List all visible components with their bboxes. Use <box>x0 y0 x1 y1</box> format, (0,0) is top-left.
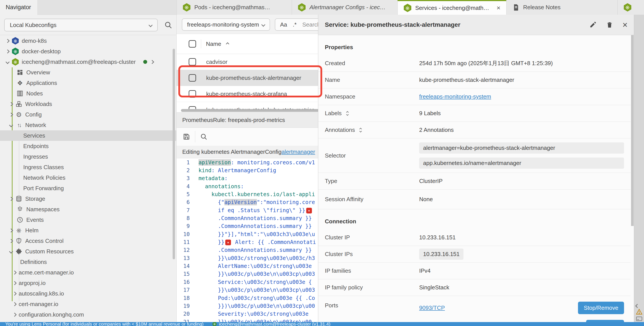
namespace-select[interactable]: freeleaps-monitoring-system <box>182 18 270 31</box>
sidebar-item-ingresses[interactable]: Ingresses <box>0 151 176 162</box>
sidebar-item-network[interactable]: ↑↓Network <box>0 120 176 130</box>
chevron-right-icon[interactable] <box>12 302 16 306</box>
panel-scrollbar[interactable] <box>631 35 634 226</box>
chevron-right-icon[interactable] <box>12 281 16 285</box>
sidebar-item-services[interactable]: Services <box>0 130 176 141</box>
delete-icon[interactable] <box>606 21 613 28</box>
column-header-name[interactable]: Name <box>206 40 221 48</box>
prop-row-name: Name kube-prometheus-stack-alertmanager <box>318 72 630 88</box>
created-value: 254d 17h 50m ago (2025年1月13日 GMT+8 1:25:… <box>419 60 624 67</box>
line-number: 10 <box>176 231 198 237</box>
sidebar-item-acme-cert-manager-io[interactable]: acme.cert-manager.io <box>0 267 176 278</box>
sidebar-item-applications[interactable]: ❖Applications <box>0 78 176 88</box>
chevron-right-icon[interactable] <box>6 49 10 53</box>
namespace-link[interactable]: freeleaps-monitoring-system <box>419 93 491 100</box>
sidebar-item-custom-resources[interactable]: Custom Resources <box>0 246 176 257</box>
sidebar-item-events[interactable]: Events <box>0 214 176 225</box>
port-link[interactable]: 9093/TCP <box>419 304 445 311</box>
prop-row-created: Created 254d 17h 50m ago (2025年1月13日 GMT… <box>318 55 630 72</box>
active-cluster-status[interactable]: ⎈ icecheng@mathmast.com@freeleaps-cluste… <box>212 322 330 326</box>
line-number: 6 <box>176 199 198 205</box>
line-number: 21 <box>176 319 198 322</box>
chevron-right-icon[interactable] <box>9 197 13 201</box>
stop-remove-button[interactable]: Stop/Remove <box>578 302 624 314</box>
sidebar-item-nodes[interactable]: Nodes <box>0 88 176 99</box>
select-all-checkbox[interactable] <box>189 40 196 48</box>
prop-label: Selector <box>325 152 346 159</box>
sidebar-item-ingress-classes[interactable]: Ingress Classes <box>0 162 176 172</box>
prop-row-session-affinity: Session Affinity None <box>318 190 630 209</box>
alertmanagerconfig-link[interactable]: alertmanager <box>282 148 315 155</box>
prop-row-cluster-ip: Cluster IP 10.233.16.151 <box>318 229 630 246</box>
chevron-right-icon[interactable] <box>9 102 13 106</box>
connected-status-dot <box>143 60 147 64</box>
tab-services-icecheng-math[interactable]: ⎈Services - icecheng@math…× <box>398 0 506 15</box>
tab-label: Services - icecheng@math… <box>415 4 489 12</box>
kubernetes-icon: ⎈ <box>12 58 19 66</box>
sidebar-item-docker-desktop[interactable]: ⎈docker-desktop <box>0 46 176 56</box>
tab-alertmanager-configs-icec[interactable]: ⎈Alertmanager Configs - icec… <box>292 0 398 15</box>
sidebar-item-label: Events <box>26 216 44 223</box>
sidebar-item-network-policies[interactable]: Network Policies <box>0 172 176 183</box>
section-properties: Properties <box>318 35 630 55</box>
close-icon[interactable]: × <box>622 20 628 30</box>
tab-navigator[interactable]: Navigator <box>0 0 37 15</box>
chevron-right-icon[interactable] <box>6 39 10 43</box>
kubeconfig-select[interactable]: Local Kubeconfigs <box>4 19 158 31</box>
chevron-down-icon[interactable] <box>9 250 13 254</box>
chevron-down-icon[interactable] <box>9 123 13 127</box>
close-icon[interactable]: × <box>496 4 500 12</box>
sidebar-item-label: Namespaces <box>26 206 60 213</box>
chevron-right-icon[interactable] <box>9 239 13 243</box>
match-case-icon[interactable]: Aa <box>280 21 287 28</box>
sidebar-item-overview[interactable]: Overview <box>0 67 176 78</box>
chevron-right-icon[interactable] <box>150 60 154 64</box>
chevron-down-icon[interactable] <box>6 60 10 64</box>
sidebar-item-configuration-konghq-com[interactable]: configuration.konghq.com <box>0 309 176 320</box>
sidebar-item-argoproj-io[interactable]: argoproj.io <box>0 278 176 288</box>
sidebar-item-namespaces[interactable]: Namespaces <box>0 204 176 214</box>
line-number: 13 <box>176 255 198 261</box>
chevron-right-icon[interactable] <box>9 228 13 232</box>
tab-release-notes[interactable]: Release Notes <box>506 0 618 15</box>
config-icon: ⚙ <box>15 111 22 118</box>
sidebar-item-label: Workloads <box>25 101 52 108</box>
sidebar-item-port-forwarding[interactable]: Port Forwarding <box>0 183 176 194</box>
sort-asc-icon[interactable] <box>226 42 230 46</box>
sidebar-item-demo-k8s[interactable]: ⎈demo-k8s <box>0 36 176 46</box>
forward-button[interactable]: Forward… <box>586 320 624 322</box>
save-icon[interactable] <box>183 133 190 140</box>
sidebar-item-definitions[interactable]: Definitions <box>0 257 176 267</box>
chevron-down-icon <box>261 22 265 26</box>
sidebar-item-cert-manager-io[interactable]: cert-manager.io <box>0 299 176 309</box>
row-checkbox[interactable] <box>189 58 196 66</box>
search-icon[interactable] <box>164 21 172 29</box>
sidebar-item-helm[interactable]: ⎈Helm <box>0 225 176 236</box>
sidebar-item-config[interactable]: ⚙Config <box>0 109 176 120</box>
sidebar-item-icecheng-mathmast-com-freeleaps-cluster[interactable]: ⎈icecheng@mathmast.com@freeleaps-cluster <box>0 56 176 67</box>
prop-label: Cluster IPs <box>325 251 353 258</box>
regex-icon[interactable]: .* <box>293 21 296 28</box>
sidebar-item-storage[interactable]: Storage <box>0 194 176 204</box>
sidebar-item-endpoints[interactable]: Endpoints <box>0 141 176 151</box>
sidebar-item-access-control[interactable]: Access Control <box>0 236 176 246</box>
tab-item[interactable]: ⎈ <box>618 0 644 15</box>
expand-updown-icon[interactable] <box>345 110 350 116</box>
editor-search-icon[interactable] <box>200 133 208 140</box>
sidebar-scrollbar[interactable] <box>173 49 175 259</box>
line-number: 15 <box>176 271 198 277</box>
sidebar-item-label: Network <box>25 122 46 128</box>
sidebar-item-autoscaling-k8s-io[interactable]: autoscaling.k8s.io <box>0 288 176 299</box>
divider <box>201 39 201 48</box>
tab-pods-icecheng-mathmas[interactable]: ⎈Pods - icecheng@mathmas… <box>176 0 292 15</box>
sidebar-item-label: Nodes <box>26 90 43 97</box>
chevron-right-icon[interactable] <box>12 312 16 316</box>
edit-icon[interactable] <box>589 21 596 28</box>
chevron-right-icon[interactable] <box>12 270 16 274</box>
sidebar-item-workloads[interactable]: Workloads <box>0 99 176 109</box>
sidebar-item-label: Endpoints <box>23 143 49 150</box>
namespaces-icon <box>16 206 24 213</box>
chevron-right-icon[interactable] <box>9 112 13 116</box>
chevron-right-icon[interactable] <box>12 292 16 296</box>
expand-updown-icon[interactable] <box>358 127 363 133</box>
